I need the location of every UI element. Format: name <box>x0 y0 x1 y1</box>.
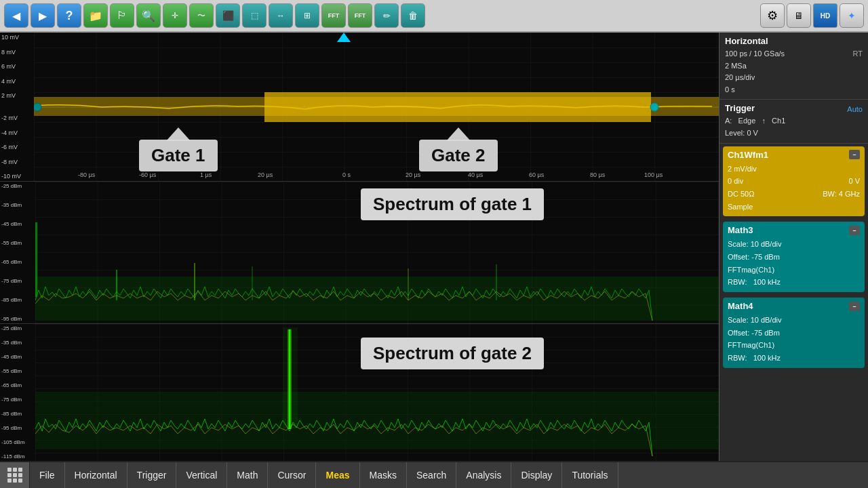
y-label: -25 dBm <box>1 325 33 331</box>
svg-text:20 µs: 20 µs <box>406 171 421 178</box>
trigger-auto: Auto <box>847 105 863 113</box>
math4-minimize-btn[interactable]: – <box>849 302 860 311</box>
horizontal-info: RT 100 ps / 10 GSa/s 2 MSa 20 µs/div 0 s <box>725 48 863 96</box>
y-label: -45 dBm <box>1 221 33 227</box>
right-panel: Horizontal RT 100 ps / 10 GSa/s 2 MSa 20… <box>719 33 868 461</box>
trigger-section: Trigger Auto A: Edge ↑ Ch1 Level: 0 V <box>719 100 868 143</box>
settings-button[interactable]: ⚙ <box>760 3 785 28</box>
svg-point-6 <box>34 103 41 111</box>
ch1-minimize-btn[interactable]: – <box>849 150 860 159</box>
bot-spectrum-svg: Spectrum of gate 2 <box>35 324 719 461</box>
y-label: -4 mV <box>1 129 33 136</box>
horizontal-section: Horizontal RT 100 ps / 10 GSa/s 2 MSa 20… <box>719 33 868 100</box>
nav-tutorials[interactable]: Tutorials <box>562 462 618 488</box>
main-area: 10 mV 8 mV 6 mV 4 mV 2 mV -2 mV -4 mV -6… <box>0 33 868 461</box>
zoom2-button[interactable]: ⊞ <box>295 3 319 28</box>
top-waveform-svg: -80 µs -60 µs 1 µs 20 µs 0 s 20 µs 40 µs… <box>34 33 719 181</box>
horizontal-title: Horizontal <box>725 36 863 46</box>
nav-file[interactable]: File <box>30 462 65 488</box>
mid-grid: Spectrum of gate 1 <box>35 182 719 323</box>
y-label: -65 dBm <box>1 259 33 265</box>
y-label: -95 dBm <box>1 316 33 322</box>
pen-button[interactable]: ✏ <box>374 3 399 28</box>
math3-box: Math3 – Scale: 10 dB/div Offset: -75 dBm… <box>723 222 865 292</box>
ch1-title: Ch1Wfm1 – <box>728 150 860 160</box>
nav-vertical[interactable]: Vertical <box>176 462 227 488</box>
move-button[interactable]: ↔ <box>269 3 293 28</box>
y-label: -45 dBm <box>1 354 33 360</box>
svg-rect-30 <box>283 327 298 429</box>
y-label: 4 mV <box>1 78 33 85</box>
nav-meas[interactable]: Meas <box>316 462 359 488</box>
back-button[interactable]: ◀ <box>4 3 28 28</box>
y-label: -6 mV <box>1 144 33 150</box>
svg-rect-26 <box>35 392 719 449</box>
svg-rect-4 <box>264 92 651 122</box>
math4-title: Math4 – <box>728 301 860 311</box>
mid-y-axis: -25 dBm -35 dBm -45 dBm -55 dBm -65 dBm … <box>0 182 34 323</box>
nav-search[interactable]: Search <box>407 462 456 488</box>
svg-text:60 µs: 60 µs <box>529 171 545 178</box>
toolbar-right: ⚙ 🖥 HD ✦ <box>760 3 864 28</box>
nav-trigger[interactable]: Trigger <box>127 462 177 488</box>
math3-minimize-btn[interactable]: – <box>849 226 860 235</box>
y-label: -2 mV <box>1 115 33 121</box>
hd-button[interactable]: HD <box>813 3 837 28</box>
grid-icon <box>7 468 22 483</box>
zoom-button[interactable]: 🔍 <box>136 3 161 28</box>
nav-analysis[interactable]: Analysis <box>456 462 511 488</box>
svg-text:-80 µs: -80 µs <box>78 171 96 178</box>
y-label: -35 dBm <box>1 340 33 346</box>
ch1-box: Ch1Wfm1 – 2 mV/div 0 div0 V DC 50ΩBW: 4 … <box>723 146 865 217</box>
svg-rect-24 <box>35 222 37 297</box>
y-label: -75 dBm <box>1 278 33 284</box>
fft1-button[interactable]: FFT <box>321 3 346 28</box>
y-label: -105 dBm <box>1 439 33 445</box>
cursors-button[interactable]: ✛ <box>163 3 187 28</box>
measure-button[interactable]: 〜 <box>189 3 214 28</box>
svg-text:80 µs: 80 µs <box>590 171 606 178</box>
camera-button[interactable]: ⬛ <box>216 3 240 28</box>
bot-grid: Spectrum of gate 2 <box>35 324 719 461</box>
svg-text:1 µs: 1 µs <box>200 171 212 178</box>
y-label: 6 mV <box>1 63 33 70</box>
svg-text:0 s: 0 s <box>342 171 351 178</box>
spectrum1-label: Spectrum of gate 1 <box>361 188 544 220</box>
trash-button[interactable]: 🗑 <box>401 3 425 28</box>
ch1-row1: 2 mV/div <box>728 163 860 176</box>
gate2-label: Gate 2 <box>419 140 498 171</box>
ch1-row2: 0 div0 V <box>728 175 860 188</box>
svg-text:40 µs: 40 µs <box>468 171 484 178</box>
trigger-title: Trigger <box>725 103 755 113</box>
rt-badge: RT <box>853 48 863 60</box>
trigger-info: A: Edge ↑ Ch1 Level: 0 V <box>725 115 863 139</box>
gate1-label: Gate 1 <box>139 140 218 171</box>
save-button[interactable]: 🏳 <box>110 3 134 28</box>
forward-button[interactable]: ▶ <box>31 3 55 28</box>
nav-display[interactable]: Display <box>511 462 562 488</box>
nav-masks[interactable]: Masks <box>360 462 407 488</box>
spectrum2-label: Spectrum of gate 2 <box>361 338 544 369</box>
mid-spectrum-panel: -25 dBm -35 dBm -45 dBm -55 dBm -65 dBm … <box>0 182 719 324</box>
mid-spectrum-svg: Spectrum of gate 1 <box>35 182 719 323</box>
open-button[interactable]: 📁 <box>83 3 108 28</box>
nav-math[interactable]: Math <box>227 462 268 488</box>
bot-y-axis: -25 dBm -35 dBm -45 dBm -55 dBm -65 dBm … <box>0 324 34 461</box>
math4-title-text: Math4 <box>728 301 753 311</box>
y-label: 10 mV <box>1 34 33 41</box>
fft2-button[interactable]: FFT <box>348 3 372 28</box>
math3-title-text: Math3 <box>728 225 753 235</box>
monitor-button[interactable]: 🖥 <box>787 3 811 28</box>
y-label: -55 dBm <box>1 368 33 374</box>
y-label: 2 mV <box>1 92 33 99</box>
wifi-button[interactable]: ✦ <box>840 3 864 28</box>
nav-horizontal[interactable]: Horizontal <box>65 462 127 488</box>
y-label: -115 dBm <box>1 453 33 460</box>
grid-menu-button[interactable] <box>0 462 30 488</box>
nav-cursor[interactable]: Cursor <box>268 462 316 488</box>
select-button[interactable]: ⬚ <box>242 3 267 28</box>
y-label: -85 dBm <box>1 297 33 303</box>
y-label: -55 dBm <box>1 240 33 246</box>
help-button[interactable]: ? <box>57 3 81 28</box>
y-label: -25 dBm <box>1 183 33 189</box>
